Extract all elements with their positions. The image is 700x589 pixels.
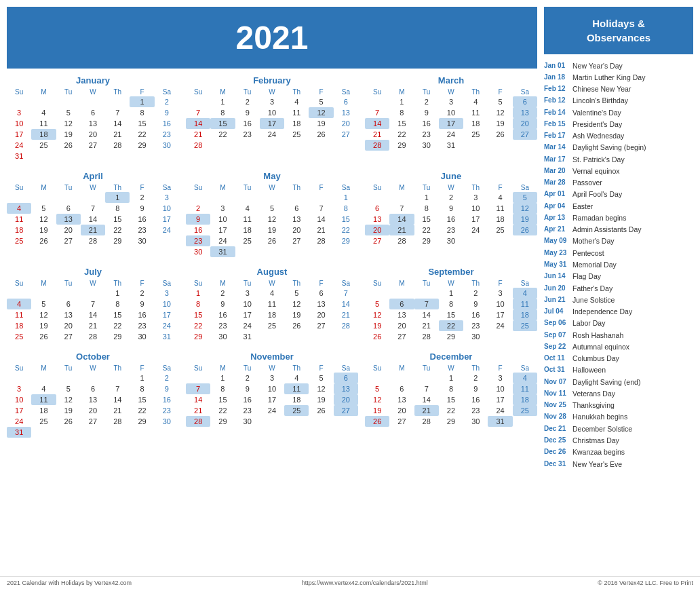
holiday-name: Father's Day <box>572 283 612 294</box>
holiday-name: Autumnal equinox <box>572 341 629 352</box>
calendar-day: 8 <box>210 383 235 394</box>
day-header: Su <box>365 88 389 96</box>
calendar-day: 4 <box>7 203 31 214</box>
holiday-name: Admin Assistants Day <box>572 224 642 235</box>
day-header: Su <box>186 88 210 96</box>
calendar-day: 17 <box>235 309 260 320</box>
calendar-day: 16 <box>130 309 154 320</box>
calendar-day: 1 <box>210 96 235 107</box>
calendar-day: 28 <box>414 416 439 427</box>
calendar-day: 2 <box>155 373 179 383</box>
calendar-day: 11 <box>31 394 56 405</box>
calendar-day: 7 <box>186 383 210 394</box>
calendar-day: 23 <box>155 405 179 416</box>
month-title-october: October <box>7 352 179 362</box>
calendar-day <box>513 331 537 342</box>
calendar-day: 17 <box>155 309 179 320</box>
calendar-day: 12 <box>513 203 537 214</box>
calendar-day: 28 <box>334 320 358 331</box>
month-table-january: SuMTuWThFSa12345678910111213141516171819… <box>7 88 179 162</box>
calendar-day <box>81 151 105 162</box>
day-header: Sa <box>334 279 358 288</box>
calendar-day: 8 <box>389 107 414 118</box>
holiday-name: Labor Day <box>572 318 605 328</box>
holiday-item: Oct 31Halloween <box>544 364 693 376</box>
calendar-day <box>334 416 358 427</box>
calendar-day <box>334 331 358 342</box>
holiday-date: Mar 20 <box>544 166 570 176</box>
calendar-day: 4 <box>463 96 488 107</box>
calendar-day: 26 <box>309 405 333 416</box>
calendar-day <box>309 246 333 257</box>
day-header: F <box>309 183 333 192</box>
calendar-day: 21 <box>81 225 105 235</box>
calendar-day: 7 <box>414 299 439 309</box>
calendar-day: 9 <box>130 299 154 309</box>
calendar-day: 14 <box>414 394 439 405</box>
calendar-day: 3 <box>463 192 488 203</box>
holiday-name: Halloween <box>572 364 606 375</box>
day-header: Sa <box>155 364 179 373</box>
calendar-day: 2 <box>130 192 154 203</box>
calendar-day <box>513 235 537 246</box>
calendar-day <box>7 96 31 107</box>
calendar-day: 11 <box>463 107 488 118</box>
calendar-day <box>389 288 414 299</box>
calendar-day: 18 <box>7 320 31 331</box>
calendar-day: 27 <box>389 331 414 342</box>
holiday-item: Nov 25Thanksgiving <box>544 400 693 411</box>
day-header: F <box>130 364 154 373</box>
calendar-day <box>414 288 439 299</box>
calendar-day: 26 <box>284 320 309 331</box>
calendar-day: 25 <box>513 320 537 331</box>
calendar-day: 4 <box>31 107 56 118</box>
holiday-name: Valentine's Day <box>572 107 621 118</box>
calendar-day: 9 <box>130 203 154 214</box>
day-header: Sa <box>334 183 358 192</box>
holiday-date: Apr 01 <box>544 189 570 200</box>
calendar-day: 14 <box>105 118 130 129</box>
day-header: Th <box>284 364 309 373</box>
calendar-day: 25 <box>488 225 512 235</box>
calendar-day: 24 <box>488 405 512 416</box>
holiday-item: Dec 25Christmas Day <box>544 435 693 446</box>
calendar-day: 3 <box>235 288 260 299</box>
calendar-day <box>463 235 488 246</box>
month-table-march: SuMTuWThFSa12345678910111213141516171819… <box>365 88 537 151</box>
calendar-day: 28 <box>186 140 210 151</box>
calendar-day: 23 <box>235 405 260 416</box>
day-header: W <box>81 364 105 373</box>
holiday-date: Jan 01 <box>544 60 570 71</box>
calendar-day <box>260 140 284 151</box>
calendar-day: 3 <box>7 107 31 118</box>
calendar-day: 23 <box>186 235 210 246</box>
calendar-day: 25 <box>235 235 260 246</box>
calendar-day: 18 <box>513 394 537 405</box>
holiday-name: December Solstice <box>572 423 632 434</box>
calendar-day: 7 <box>365 107 389 118</box>
holiday-item: Sep 06Labor Day <box>544 318 693 329</box>
calendar-day: 2 <box>463 288 488 299</box>
calendar-day <box>488 140 512 151</box>
day-header: M <box>31 88 56 96</box>
calendar-day <box>210 140 235 151</box>
calendar-day <box>309 192 333 203</box>
calendar-day: 24 <box>260 405 284 416</box>
calendar-day: 19 <box>309 118 333 129</box>
calendar-day <box>513 140 537 151</box>
day-header: M <box>389 364 414 373</box>
calendar-day: 1 <box>439 373 463 383</box>
calendar-day: 15 <box>439 309 463 320</box>
calendar-day: 7 <box>186 107 210 118</box>
calendar-day: 5 <box>56 107 81 118</box>
footer: 2021 Calendar with Holidays by Vertex42.… <box>0 576 700 589</box>
calendar-day: 15 <box>186 309 210 320</box>
calendar-day: 5 <box>309 96 333 107</box>
sidebar: Holidays &Observances Jan 01New Year's D… <box>544 7 693 567</box>
calendar-day: 12 <box>56 394 81 405</box>
calendar-day: 5 <box>488 96 512 107</box>
day-header: W <box>260 88 284 96</box>
month-title-february: February <box>186 75 358 86</box>
day-header: Th <box>463 364 488 373</box>
day-header: M <box>31 364 56 373</box>
